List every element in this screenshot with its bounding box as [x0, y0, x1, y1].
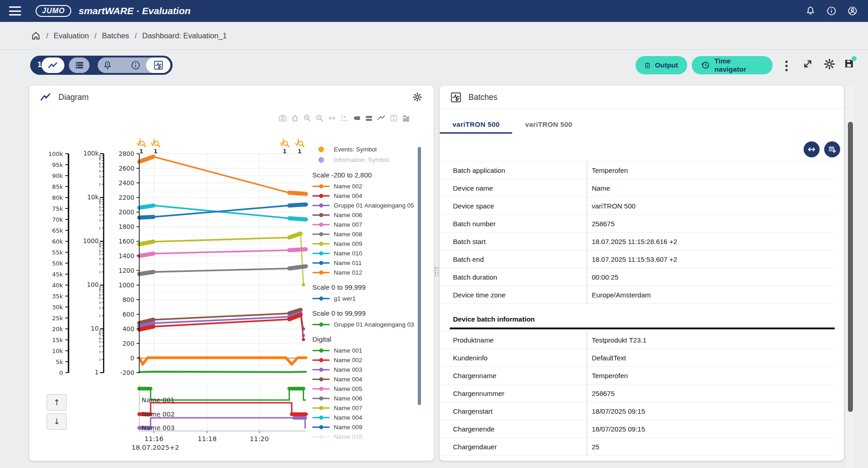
event-marker[interactable]: 1 — [137, 139, 146, 155]
svg-text:85k: 85k — [52, 183, 63, 190]
legend-item[interactable]: Name 012 — [312, 268, 416, 277]
table-row: ChargennameTemperofen — [440, 367, 836, 385]
svg-text:1800: 1800 — [119, 223, 134, 230]
settings-gear-icon[interactable] — [823, 58, 836, 70]
tab-varitron-500-1[interactable]: variTRON 500 — [440, 114, 512, 134]
legend-item[interactable]: Information: Symbol — [312, 155, 416, 165]
row-value: Testprodukt T23.1 — [587, 331, 836, 348]
svg-text:2: 2 — [99, 183, 101, 187]
row-label: Kundeninfo — [440, 354, 587, 362]
event-marker[interactable]: 1 — [280, 139, 289, 155]
fullscreen-icon[interactable] — [802, 58, 814, 70]
svg-text:3: 3 — [99, 263, 101, 266]
legend-item[interactable]: Name 010 — [312, 432, 416, 442]
row-label: Batch application — [440, 166, 587, 174]
row-value: Europe/Amsterdam — [587, 286, 836, 303]
tab-trend-view[interactable] — [42, 57, 64, 73]
legend-item[interactable]: Gruppe 01 Analogeingang 05 — [312, 201, 416, 210]
output-button[interactable]: Output — [636, 56, 687, 74]
legend-label: Name 002 — [334, 183, 362, 190]
legend-item[interactable]: Name 001 — [312, 346, 416, 355]
table-row: Chargenstart18/07/2025 09:15 — [440, 402, 836, 420]
page-scrollbar-thumb[interactable] — [848, 122, 853, 412]
legend-item[interactable]: Name 004 — [312, 413, 416, 422]
panel-resize-handle[interactable] — [435, 267, 438, 276]
table-row: Batch number258675 — [440, 215, 836, 233]
diagram-panel: Diagram 1111100k95k90k85k80k75k70k65k60k… — [29, 86, 434, 461]
jumo-logo: JUMO — [36, 5, 71, 17]
kebab-menu-icon[interactable] — [784, 59, 789, 73]
row-value: variTRON 500 — [587, 197, 836, 214]
expand-width-button[interactable] — [804, 141, 820, 157]
breadcrumb: / Evaluation / Batches / Dashboard: Eval… — [0, 22, 868, 50]
tab-batch-view[interactable] — [146, 57, 170, 73]
bell-icon[interactable] — [805, 5, 816, 16]
line-marker-icon — [312, 369, 330, 370]
tab-varitron-500-2[interactable]: variTRON 500 — [512, 114, 585, 134]
show-closest-icon[interactable] — [352, 114, 361, 122]
legend-label: Gruppe 01 Analogeingang 03 — [334, 321, 414, 328]
hover-compare-icon[interactable] — [402, 114, 410, 122]
zoom-out-icon[interactable] — [316, 114, 324, 122]
toggle-lines-icon[interactable] — [377, 114, 385, 122]
compare-data-icon[interactable] — [365, 114, 373, 122]
tab-table-view[interactable] — [69, 57, 89, 73]
spikelines-icon[interactable] — [340, 114, 348, 122]
legend-item[interactable]: Name 004 — [312, 191, 416, 201]
svg-text:15k: 15k — [52, 337, 63, 343]
svg-text:400: 400 — [122, 325, 134, 333]
autoscale-icon[interactable] — [328, 114, 336, 122]
row-label: Device name — [440, 184, 587, 192]
top-navbar: JUMO smartWARE · Evaluation — [0, 0, 868, 22]
legend-item[interactable]: Name 009 — [312, 239, 416, 249]
table-row: Device time zoneEurope/Amsterdam — [440, 286, 836, 304]
legend-item[interactable]: Gruppe 01 Analogeingang 03 — [312, 320, 416, 329]
reset-axes-icon[interactable] — [291, 114, 299, 122]
legend-item[interactable]: Name 002 — [312, 182, 416, 191]
legend-item[interactable]: Name 002 — [312, 355, 416, 365]
legend-item[interactable]: Name 006 — [312, 394, 416, 403]
time-navigator-button[interactable]: Time navigator — [692, 56, 773, 74]
row-label: Chargenstart — [440, 407, 587, 415]
legend-item[interactable]: Name 010 — [312, 249, 416, 258]
legend-item[interactable]: Events: Symbol — [312, 144, 416, 155]
info-view-icon[interactable] — [131, 60, 141, 70]
scale-up-button[interactable]: ↑ — [47, 394, 67, 411]
add-to-list-button[interactable] — [824, 141, 840, 157]
legend-scrollbar[interactable] — [418, 147, 421, 405]
legend-item[interactable]: Name 003 — [312, 365, 416, 374]
legend-item[interactable]: g1 wer1 — [312, 294, 416, 303]
range-mode-icon[interactable] — [389, 114, 398, 122]
scale-down-button[interactable]: ↓ — [47, 413, 67, 430]
row-label: Device space — [440, 202, 587, 210]
home-icon[interactable] — [31, 31, 41, 41]
legend-item[interactable]: Name 008 — [312, 229, 416, 239]
event-marker[interactable]: 1 — [295, 139, 304, 155]
svg-text:5: 5 — [99, 340, 101, 344]
menu-icon[interactable] — [9, 6, 21, 16]
download-plot-icon[interactable] — [279, 114, 287, 122]
legend-item[interactable]: Name 005 — [312, 384, 416, 394]
zoom-in-icon[interactable] — [303, 114, 311, 122]
account-icon[interactable] — [847, 5, 858, 16]
svg-text:5k: 5k — [56, 359, 63, 365]
breadcrumb-batches[interactable]: Batches — [102, 31, 129, 40]
alarm-bell-icon[interactable] — [103, 60, 112, 70]
legend-item[interactable]: Name 007 — [312, 403, 416, 413]
svg-text:9: 9 — [99, 154, 101, 158]
save-icon[interactable] — [843, 58, 855, 69]
legend-item[interactable]: Name 011 — [312, 258, 416, 268]
legend-item[interactable]: Name 007 — [312, 220, 416, 229]
legend-item[interactable]: Name 006 — [312, 210, 416, 220]
svg-text:70k: 70k — [52, 216, 63, 223]
chart-legend: Events: SymbolInformation: SymbolScale -… — [312, 144, 416, 442]
info-icon[interactable] — [826, 5, 837, 16]
svg-text:50k: 50k — [52, 260, 63, 267]
breadcrumb-evaluation[interactable]: Evaluation — [54, 31, 89, 40]
svg-text:11:18: 11:18 — [198, 435, 217, 442]
legend-item[interactable]: Name 004 — [312, 374, 416, 384]
svg-text:100k: 100k — [48, 151, 63, 157]
legend-item[interactable]: Name 009 — [312, 422, 416, 432]
event-marker[interactable]: 1 — [152, 139, 160, 155]
svg-text:40k: 40k — [52, 282, 63, 289]
